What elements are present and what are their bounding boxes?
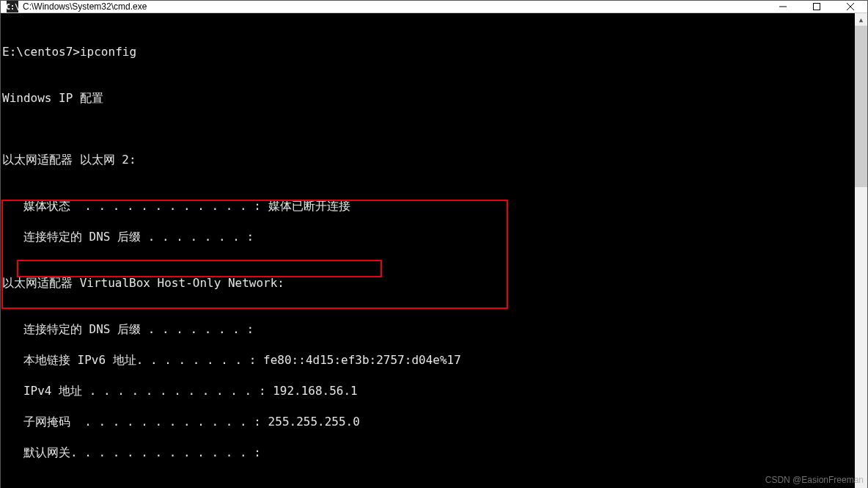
highlight-box-adapter bbox=[1, 200, 508, 309]
maximize-button[interactable] bbox=[800, 1, 834, 12]
cmd-window: C:\ C:\Windows\System32\cmd.exe E:\cento… bbox=[0, 0, 868, 488]
close-button[interactable] bbox=[834, 1, 867, 12]
minimize-button[interactable] bbox=[766, 1, 800, 12]
scrollbar-vertical[interactable]: ▲ ▼ bbox=[855, 13, 867, 488]
adapter-ipv6: 本地链接 IPv6 地址. . . . . . . . : fe80::4d15… bbox=[2, 352, 853, 368]
ipconfig-header: Windows IP 配置 bbox=[2, 90, 853, 106]
close-icon bbox=[847, 3, 854, 10]
titlebar[interactable]: C:\ C:\Windows\System32\cmd.exe bbox=[1, 1, 867, 13]
maximize-icon bbox=[813, 3, 820, 10]
adapter-ipv4: IPv4 地址 . . . . . . . . . . . . : 192.16… bbox=[2, 383, 853, 398]
scrollbar-thumb[interactable] bbox=[855, 26, 867, 187]
adapter-title: 以太网适配器 以太网 2: bbox=[2, 152, 853, 167]
adapter-dns-suffix: 连接特定的 DNS 后缀 . . . . . . . : bbox=[2, 229, 853, 244]
prompt-line: E:\centos7>ipconfig bbox=[2, 44, 853, 59]
adapter-title: 以太网适配器 VirtualBox Host-Only Network: bbox=[2, 275, 853, 291]
window-controls bbox=[766, 1, 867, 12]
adapter-gateway: 默认网关. . . . . . . . . . . . . : bbox=[2, 445, 853, 460]
watermark: CSDN @EasionFreeman bbox=[765, 475, 864, 485]
scroll-up-icon[interactable]: ▲ bbox=[855, 13, 867, 26]
adapter-subnet: 子网掩码 . . . . . . . . . . . . : 255.255.2… bbox=[2, 414, 853, 429]
svg-rect-1 bbox=[814, 4, 820, 10]
adapter-dns-suffix: 连接特定的 DNS 后缀 . . . . . . . : bbox=[2, 321, 853, 337]
adapter-media-state: 媒体状态 . . . . . . . . . . . . : 媒体已断开连接 bbox=[2, 198, 853, 214]
cmd-icon: C:\ bbox=[7, 1, 18, 12]
terminal-output[interactable]: E:\centos7>ipconfig Windows IP 配置 以太网适配器… bbox=[1, 13, 855, 488]
window-title: C:\Windows\System32\cmd.exe bbox=[23, 1, 766, 12]
minimize-icon bbox=[779, 3, 787, 10]
terminal-area: E:\centos7>ipconfig Windows IP 配置 以太网适配器… bbox=[1, 13, 867, 488]
